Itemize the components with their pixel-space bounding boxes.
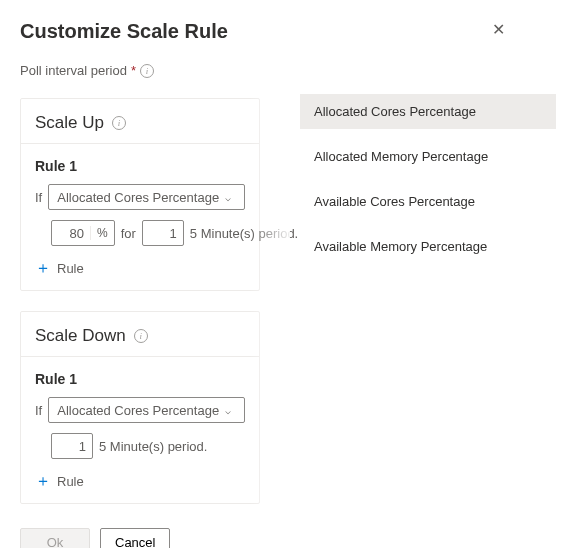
duration-input[interactable] [142, 220, 184, 246]
cancel-button[interactable]: Cancel [100, 528, 170, 548]
percent-label: % [90, 226, 114, 240]
duration-suffix: 5 Minute(s) period. [190, 226, 298, 241]
for-label: for [121, 226, 136, 241]
plus-icon: ＋ [35, 473, 51, 489]
dropdown-value: Allocated Cores Percentage [57, 403, 219, 418]
chevron-down-icon: ⌵ [225, 192, 231, 203]
dropdown-option[interactable]: Allocated Memory Percentage [300, 139, 556, 174]
scale-down-rule-title: Rule 1 [35, 371, 245, 387]
poll-interval-text: Poll interval period [20, 63, 127, 78]
metric-dropdown[interactable]: Allocated Cores Percentage ⌵ [48, 184, 245, 210]
scale-up-title: Scale Up [35, 113, 104, 133]
required-asterisk: * [131, 63, 136, 78]
close-button[interactable]: ✕ [486, 20, 511, 40]
scale-up-header: Scale Up i [21, 99, 259, 144]
scale-up-section: Scale Up i Rule 1 If Allocated Cores Per… [20, 98, 260, 291]
dropdown-value: Allocated Cores Percentage [57, 190, 219, 205]
scale-down-title: Scale Down [35, 326, 126, 346]
ok-button[interactable]: Ok [20, 528, 90, 548]
info-icon[interactable]: i [140, 64, 154, 78]
add-rule-label: Rule [57, 474, 84, 489]
dropdown-option[interactable]: Available Cores Percentage [300, 184, 556, 219]
threshold-value[interactable] [52, 226, 90, 241]
scale-down-header: Scale Down i [21, 312, 259, 357]
scale-down-section: Scale Down i Rule 1 If Allocated Cores P… [20, 311, 260, 504]
add-rule-button[interactable]: ＋ Rule [35, 473, 245, 489]
duration-input[interactable] [51, 433, 93, 459]
page-title: Customize Scale Rule [20, 20, 228, 43]
poll-interval-label: Poll interval period * i [20, 63, 260, 78]
dropdown-option[interactable]: Available Memory Percentage [300, 229, 556, 264]
if-label: If [35, 403, 42, 418]
metric-dropdown-menu: Allocated Cores Percentage Allocated Mem… [300, 94, 556, 274]
dropdown-option[interactable]: Allocated Cores Percentage [300, 94, 556, 129]
add-rule-label: Rule [57, 261, 84, 276]
threshold-input[interactable]: % [51, 220, 115, 246]
info-icon[interactable]: i [112, 116, 126, 130]
footer: Ok Cancel [0, 524, 571, 548]
info-icon[interactable]: i [134, 329, 148, 343]
close-icon: ✕ [492, 21, 505, 38]
plus-icon: ＋ [35, 260, 51, 276]
chevron-down-icon: ⌵ [225, 405, 231, 416]
scale-up-rule-title: Rule 1 [35, 158, 245, 174]
add-rule-button[interactable]: ＋ Rule [35, 260, 245, 276]
duration-suffix: 5 Minute(s) period. [99, 439, 207, 454]
metric-dropdown[interactable]: Allocated Cores Percentage ⌵ [48, 397, 245, 423]
if-label: If [35, 190, 42, 205]
